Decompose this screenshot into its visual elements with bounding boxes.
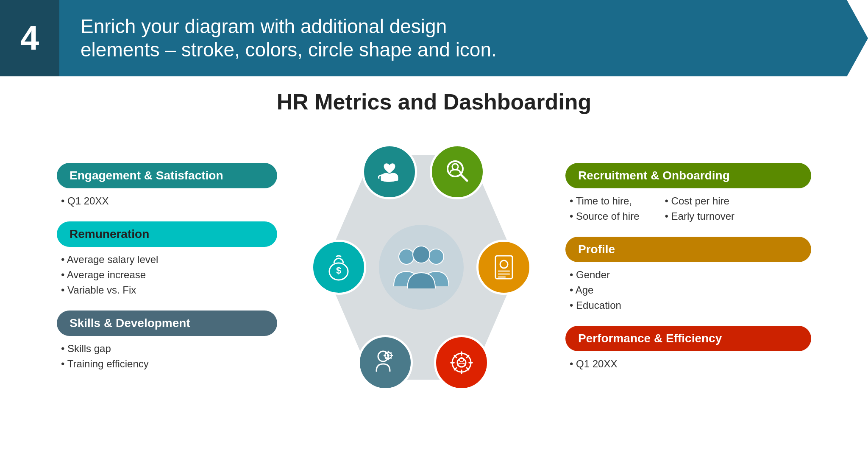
recruitment-bullets-col1: Time to hire, Source of hire [565, 193, 644, 224]
right-panel: Recruitment & Onboarding Time to hire, S… [565, 163, 811, 372]
remuneration-label: Remuneration [57, 221, 277, 247]
skills-bullets: Skills gap Training efficiency [57, 341, 277, 372]
skills-bullet-1: Skills gap [61, 341, 273, 356]
recruitment-icon-circle [430, 144, 485, 199]
center-people-circle [379, 225, 464, 310]
svg-line-5 [461, 175, 467, 181]
engagement-icon-circle [362, 144, 417, 199]
engagement-icon [375, 157, 404, 187]
skills-icon [370, 348, 400, 378]
banner-line2: elements – stroke, colors, circle shape … [81, 39, 497, 61]
remuneration-icon-circle: $ [311, 240, 366, 295]
recruitment-bullet-c1-1: Time to hire, [570, 193, 640, 209]
engagement-bullets: Q1 20XX [57, 193, 277, 209]
svg-text:$: $ [336, 265, 341, 276]
skills-bullet-2: Training efficiency [61, 356, 273, 372]
step-number: 4 [0, 0, 59, 76]
left-panel: Engagement & Satisfaction Q1 20XX Remune… [57, 163, 277, 372]
svg-point-15 [387, 354, 389, 357]
svg-point-9 [500, 260, 508, 268]
banner-line1: Enrich your diagram with additional desi… [81, 15, 447, 37]
main-title: HR Metrics and Dashboarding [0, 89, 868, 115]
remuneration-bullet-1: Average salary level [61, 252, 273, 267]
engagement-section: Engagement & Satisfaction Q1 20XX [57, 163, 277, 209]
recruitment-bullets: Time to hire, Source of hire Cost per hi… [565, 193, 811, 224]
svg-point-4 [452, 164, 458, 170]
recruitment-bullets-col2: Cost per hire Early turnover [661, 193, 739, 224]
svg-point-0 [399, 249, 414, 264]
profile-section: Profile Gender Age Education [565, 237, 811, 313]
recruitment-icon [442, 157, 472, 187]
svg-rect-8 [495, 256, 512, 279]
profile-icon-circle [476, 240, 531, 295]
profile-label: Profile [565, 237, 811, 262]
profile-bullets: Gender Age Education [565, 267, 811, 313]
performance-bullet-1: Q1 20XX [570, 356, 807, 372]
center-diagram: $ [303, 136, 540, 399]
performance-icon [447, 348, 476, 378]
profile-bullet-2: Age [570, 283, 807, 298]
performance-label: Performance & Efficiency [565, 326, 811, 351]
recruitment-section: Recruitment & Onboarding Time to hire, S… [565, 163, 811, 224]
performance-section: Performance & Efficiency Q1 20XX [565, 326, 811, 372]
banner-text: Enrich your diagram with additional desi… [59, 0, 868, 76]
remuneration-bullet-2: Average increase [61, 267, 273, 283]
remuneration-bullets: Average salary level Average increase Va… [57, 252, 277, 298]
remuneration-icon: $ [324, 252, 353, 282]
svg-point-2 [413, 246, 430, 263]
performance-bullets: Q1 20XX [565, 356, 811, 372]
profile-icon [489, 252, 519, 282]
skills-section: Skills & Development Skills gap Training… [57, 311, 277, 372]
recruitment-bullet-c2-2: Early turnover [665, 209, 734, 224]
recruitment-label: Recruitment & Onboarding [565, 163, 811, 188]
people-icon [389, 242, 453, 293]
profile-bullet-1: Gender [570, 267, 807, 283]
skills-label: Skills & Development [57, 311, 277, 336]
engagement-bullet-1: Q1 20XX [61, 193, 273, 209]
performance-icon-circle [434, 335, 489, 390]
recruitment-bullet-c1-2: Source of hire [570, 209, 640, 224]
skills-icon-circle [358, 335, 413, 390]
svg-point-1 [428, 249, 444, 264]
remuneration-section: Remuneration Average salary level Averag… [57, 221, 277, 298]
content-area: Engagement & Satisfaction Q1 20XX Remune… [0, 136, 868, 399]
recruitment-bullet-c2-1: Cost per hire [665, 193, 734, 209]
remuneration-bullet-3: Variable vs. Fix [61, 283, 273, 298]
profile-bullet-3: Education [570, 298, 807, 313]
engagement-label: Engagement & Satisfaction [57, 163, 277, 188]
header-section: 4 Enrich your diagram with additional de… [0, 0, 868, 76]
